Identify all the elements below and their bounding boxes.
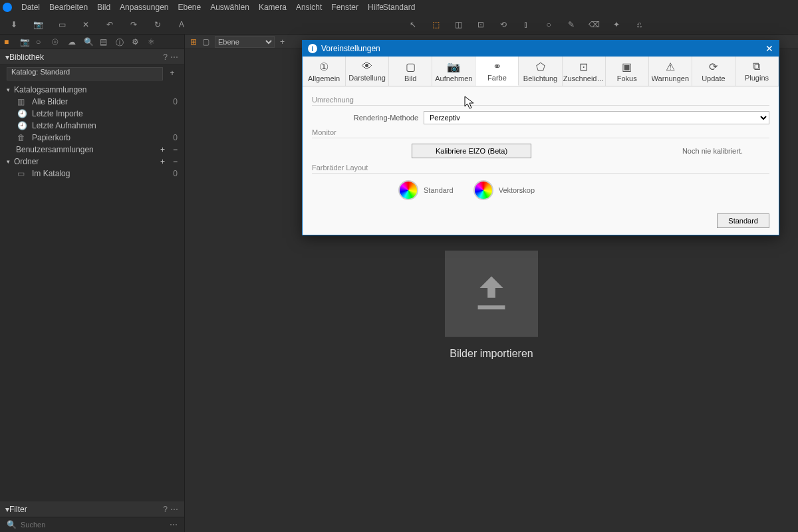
tab-cloud-icon[interactable]: ☁: [68, 37, 77, 47]
menu-bearbeiten[interactable]: Bearbeiten: [49, 3, 88, 12]
tab-icon: ⚠: [666, 61, 675, 73]
pref-tab-darstellung[interactable]: 👁Darstellung: [346, 57, 389, 86]
add-collection-button[interactable]: +: [160, 145, 165, 154]
tab-info-icon[interactable]: ⓘ: [116, 37, 125, 47]
colorwheel-standard[interactable]: Standard: [398, 180, 454, 200]
menu-ebene[interactable]: Ebene: [178, 3, 201, 12]
menu-anpassungen[interactable]: Anpassungen: [120, 3, 168, 12]
group-ordner[interactable]: ▾ Ordner + −: [0, 156, 184, 168]
heal-tool-icon[interactable]: ✦: [610, 19, 622, 31]
group-label: Benutzersammlungen: [16, 145, 156, 154]
add-folder-button[interactable]: +: [160, 157, 165, 166]
hand-tool-icon[interactable]: ⬚: [430, 19, 442, 31]
close-button[interactable]: ✕: [765, 43, 773, 54]
tab-search-icon[interactable]: 🔍: [84, 37, 93, 47]
catalog-select[interactable]: Katalog: Standard: [7, 67, 163, 80]
pref-tab-fokus[interactable]: ▣Fokus: [606, 57, 649, 86]
more-icon[interactable]: ⋯: [170, 53, 179, 62]
tab-share-icon[interactable]: ⚛: [148, 37, 157, 47]
pref-tab-bild[interactable]: ▢Bild: [389, 57, 432, 86]
menu-bild[interactable]: Bild: [97, 3, 110, 12]
rotate-tool-icon[interactable]: ⟲: [497, 19, 509, 31]
pref-tab-allgemein[interactable]: ①Allgemein: [303, 57, 346, 86]
tab-link-icon[interactable]: ⦾: [52, 37, 61, 47]
colorwheel-vectorscope[interactable]: Vektorskop: [473, 180, 535, 200]
redo-alt-icon[interactable]: ↷: [128, 19, 140, 31]
tree-item-label: Alle Bilder: [32, 97, 168, 106]
reset-standard-button[interactable]: Standard: [717, 213, 769, 228]
folder-icon[interactable]: ▭: [56, 19, 68, 31]
single-view-icon[interactable]: ▢: [202, 37, 209, 47]
search-options-icon[interactable]: ⋯: [170, 520, 178, 529]
grid-view-icon[interactable]: ⊞: [190, 37, 197, 47]
tab-label: Darstellung: [348, 74, 386, 82]
crop2-tool-icon[interactable]: ⊡: [475, 19, 487, 31]
add-catalog-button[interactable]: +: [167, 68, 178, 79]
pref-tab-farbe[interactable]: ⚭Farbe: [475, 57, 519, 86]
pref-tab-belichtung[interactable]: ⬠Belichtung: [519, 57, 562, 86]
section-monitor: Monitor: [312, 128, 769, 138]
tree-item-im-katalog[interactable]: ▭ Im Katalog 0: [0, 168, 184, 180]
tab-camera-icon[interactable]: 📷: [20, 37, 29, 47]
clock-icon: 🕘: [17, 121, 27, 130]
import-icon[interactable]: ⬇: [8, 19, 20, 31]
brush-tool-icon[interactable]: ✎: [565, 19, 577, 31]
tree-item-letzte-importe[interactable]: 🕘 Letzte Importe: [0, 108, 184, 120]
calibrate-button[interactable]: Kalibriere EIZO (Beta): [412, 144, 531, 158]
erase-tool-icon[interactable]: ⌫: [588, 19, 600, 31]
help-icon[interactable]: ?: [163, 505, 168, 514]
remove-folder-button[interactable]: −: [173, 157, 178, 166]
library-title: Bibliothek: [9, 53, 163, 62]
filter-header: ▾ Filter ? ⋯: [0, 501, 184, 517]
tab-circle-icon[interactable]: ○: [36, 37, 45, 47]
pref-tab-aufnehmen[interactable]: 📷Aufnehmen: [432, 57, 475, 86]
menu-fenster[interactable]: Fenster: [331, 3, 358, 12]
type-icon[interactable]: A: [176, 19, 188, 31]
group-katalogsammlungen[interactable]: ▾ Katalogsammlungen: [0, 84, 184, 96]
menu-datei[interactable]: Datei: [21, 3, 40, 12]
wheel-label: Standard: [424, 186, 454, 194]
remove-collection-button[interactable]: −: [173, 145, 178, 154]
menu-kamera[interactable]: Kamera: [259, 3, 287, 12]
tree-item-papierkorb[interactable]: 🗑 Papierkorb 0: [0, 132, 184, 144]
tab-icon: ▢: [406, 61, 416, 73]
colorwheel-icon: [398, 180, 418, 200]
add-layer-button[interactable]: +: [280, 37, 285, 47]
tab-gear-icon[interactable]: ⚙: [132, 37, 141, 47]
pref-tab-update[interactable]: ⟳Update: [692, 57, 735, 86]
tab-folder-icon[interactable]: ■: [4, 37, 13, 47]
pref-tab-warnungen[interactable]: ⚠Warnungen: [649, 57, 692, 86]
tree-item-letzte-aufnahmen[interactable]: 🕘 Letzte Aufnahmen: [0, 120, 184, 132]
chevron-down-icon: ▾: [7, 158, 10, 165]
group-label: Katalogsammlungen: [14, 85, 178, 94]
menu-hilfe[interactable]: Hilfe: [368, 3, 384, 12]
camera-icon[interactable]: 📷: [32, 19, 44, 31]
tree-item-alle-bilder[interactable]: ▥ Alle Bilder 0: [0, 96, 184, 108]
crop-tool-icon[interactable]: ◫: [452, 19, 464, 31]
close-icon[interactable]: ✕: [80, 19, 92, 31]
tab-meta-icon[interactable]: ▤: [100, 37, 109, 47]
tab-label: Bild: [404, 74, 416, 82]
layer-select[interactable]: Ebene: [215, 36, 275, 48]
tab-label: Allgemein: [308, 74, 340, 82]
arrow-tool-icon[interactable]: ↖: [407, 19, 419, 31]
clone-tool-icon[interactable]: ⎌: [633, 19, 645, 31]
pref-tab-plugins[interactable]: ⧉Plugins: [735, 57, 779, 86]
search-input[interactable]: [21, 521, 166, 529]
calibration-status: Noch nie kalibriert.: [682, 147, 743, 155]
undo-icon[interactable]: ↶: [104, 19, 116, 31]
import-placeholder[interactable]: Bilder importieren: [445, 251, 538, 360]
group-benutzersammlungen[interactable]: Benutzersammlungen + −: [0, 144, 184, 156]
panel-tabstrip: ■ 📷 ○ ⦾ ☁ 🔍 ▤ ⓘ ⚙ ⚛: [0, 35, 184, 49]
tree-item-label: Papierkorb: [32, 133, 168, 142]
rendering-method-select[interactable]: Perzeptiv: [424, 111, 769, 124]
more-icon[interactable]: ⋯: [170, 505, 179, 514]
pref-tab-zuschneid[interactable]: ⊡Zuschneid…: [563, 57, 606, 86]
help-icon[interactable]: ?: [163, 53, 168, 62]
keystone-tool-icon[interactable]: ⫿: [520, 19, 532, 31]
workspace-mode[interactable]: Standard: [383, 3, 416, 12]
menu-ansicht[interactable]: Ansicht: [296, 3, 322, 12]
menu-auswaehlen[interactable]: Auswählen: [210, 3, 249, 12]
redo-icon[interactable]: ↻: [152, 19, 164, 31]
spot-tool-icon[interactable]: ○: [543, 19, 555, 31]
